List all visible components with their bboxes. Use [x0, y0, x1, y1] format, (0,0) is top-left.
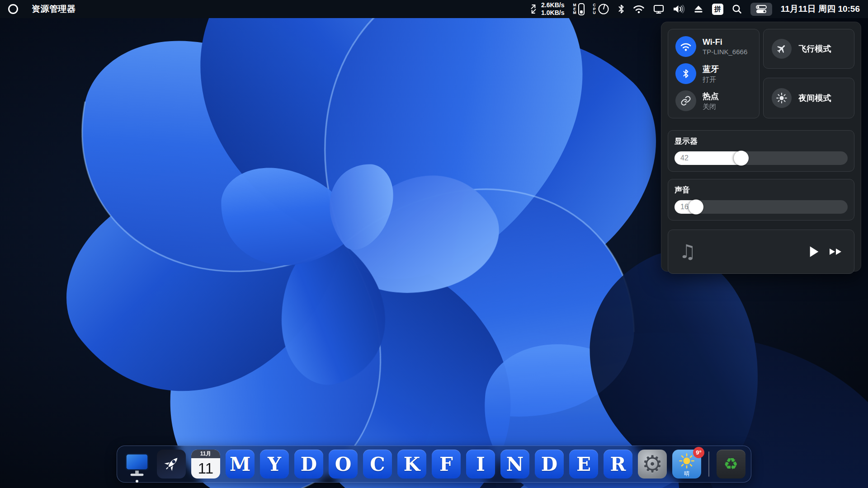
- media-player-card: ♫: [668, 230, 854, 274]
- dock-item-letter-i[interactable]: I: [466, 450, 495, 479]
- dock-item-letter-n[interactable]: N: [500, 450, 529, 479]
- letter-tile-label: D: [541, 453, 557, 475]
- letter-tile-label: D: [301, 453, 317, 475]
- volume-card: 声音 16: [668, 179, 854, 221]
- clock-date-time[interactable]: 11月11日 周四 10:56: [781, 3, 860, 15]
- gear-icon: ⚙: [642, 452, 663, 476]
- night-mode-sun-icon: [772, 88, 792, 108]
- dock-separator: [708, 451, 709, 477]
- menu-bar: 资源管理器 2.6KB/s 1.0KB/s MEM: [0, 0, 868, 18]
- dock-item-letter-e[interactable]: E: [569, 450, 598, 479]
- night-mode-tile[interactable]: 夜间模式: [763, 78, 855, 118]
- dock-item-letter-m[interactable]: M: [226, 450, 255, 479]
- dock-item-letter-f[interactable]: F: [432, 450, 461, 479]
- dock-item-letter-r[interactable]: R: [604, 450, 632, 479]
- control-center-panel: Wi-Fi TP-LINK_6666 蓝牙 打开: [661, 22, 861, 272]
- display-slider-label: 显示器: [675, 136, 848, 146]
- dock-item-letter-y[interactable]: Y: [260, 450, 289, 479]
- bluetooth-icon[interactable]: [675, 63, 696, 84]
- dock: 11月 11 M Y D O C K F I N D E R ⚙: [117, 446, 751, 483]
- net-upload-speed: 2.6KB/s: [541, 1, 564, 9]
- cpu-indicator[interactable]: CPU: [593, 3, 609, 15]
- search-icon[interactable]: [732, 4, 742, 14]
- night-mode-label: 夜间模式: [799, 93, 831, 103]
- letter-tile-label: K: [404, 453, 420, 475]
- running-indicator-dot: [136, 480, 138, 483]
- memory-label: MEM: [573, 3, 576, 15]
- dock-item-letter-d1[interactable]: D: [294, 450, 323, 479]
- letter-tile-label: O: [335, 453, 352, 475]
- control-center-toggle-button[interactable]: [750, 3, 772, 16]
- rocket-icon: [161, 454, 181, 474]
- next-track-button[interactable]: [829, 246, 843, 257]
- bluetooth-row[interactable]: 蓝牙 打开: [675, 63, 752, 84]
- active-app-title[interactable]: 资源管理器: [32, 3, 76, 15]
- net-download-speed: 1.0KB/s: [541, 9, 564, 17]
- display-status-icon[interactable]: [653, 4, 664, 14]
- letter-tile-label: F: [439, 453, 453, 475]
- hotspot-row[interactable]: 热点 关闭: [675, 90, 752, 111]
- weather-temperature-badge: 9°: [693, 447, 704, 458]
- wifi-status-icon[interactable]: [633, 5, 645, 14]
- calendar-month-label: 11月: [191, 450, 220, 458]
- weather-condition-label: 晴: [684, 470, 689, 478]
- network-speed-indicator[interactable]: 2.6KB/s 1.0KB/s: [529, 1, 564, 17]
- music-note-icon: ♫: [679, 242, 696, 261]
- eject-icon[interactable]: [693, 5, 703, 14]
- volume-slider-label: 声音: [675, 185, 848, 195]
- dock-item-settings[interactable]: ⚙: [638, 450, 667, 479]
- dock-item-trash[interactable]: ♻: [717, 450, 745, 479]
- wifi-title: Wi-Fi: [703, 38, 747, 47]
- letter-tile-label: C: [370, 453, 385, 475]
- hotspot-state: 关闭: [703, 103, 719, 111]
- letter-tile-label: N: [506, 453, 524, 475]
- recycle-bin-icon: ♻: [724, 456, 738, 472]
- volume-value: 16: [680, 203, 689, 211]
- dock-item-weather[interactable]: 晴 9°: [672, 450, 701, 479]
- hotspot-title: 热点: [703, 91, 719, 102]
- airplane-mode-label: 飞行模式: [799, 43, 831, 54]
- cpu-label: CPU: [593, 3, 596, 15]
- bluetooth-state: 打开: [703, 75, 719, 84]
- system-logo-icon[interactable]: [8, 4, 18, 14]
- memory-indicator[interactable]: MEM: [573, 3, 584, 15]
- bluetooth-title: 蓝牙: [703, 64, 719, 75]
- dock-item-letter-d2[interactable]: D: [535, 450, 564, 479]
- desktop: 资源管理器 2.6KB/s 1.0KB/s MEM: [0, 0, 868, 488]
- display-brightness-slider[interactable]: 42: [675, 151, 848, 165]
- computer-monitor-icon: [123, 450, 151, 478]
- display-brightness-card: 显示器 42: [668, 130, 854, 172]
- input-method-indicator[interactable]: 拼: [712, 4, 723, 15]
- connectivity-card: Wi-Fi TP-LINK_6666 蓝牙 打开: [668, 29, 760, 118]
- airplane-icon: [772, 39, 792, 59]
- airplane-mode-tile[interactable]: 飞行模式: [763, 29, 855, 69]
- letter-tile-label: E: [576, 453, 591, 475]
- dock-item-launcher[interactable]: [157, 450, 186, 479]
- dock-item-letter-o[interactable]: O: [329, 450, 358, 479]
- dock-item-letter-c[interactable]: C: [363, 450, 392, 479]
- sun-icon: [679, 453, 695, 469]
- dock-item-calendar[interactable]: 11月 11: [191, 450, 220, 479]
- network-arrows-icon: [529, 5, 538, 14]
- wifi-icon[interactable]: [675, 36, 696, 57]
- play-button[interactable]: [809, 245, 820, 258]
- display-brightness-value: 42: [680, 154, 689, 162]
- volume-status-icon[interactable]: [673, 4, 685, 14]
- letter-tile-label: I: [476, 453, 485, 475]
- display-slider-thumb[interactable]: [734, 151, 749, 166]
- dock-item-letter-k[interactable]: K: [397, 450, 426, 479]
- letter-tile-label: Y: [268, 453, 281, 475]
- hotspot-link-icon[interactable]: [675, 90, 696, 111]
- calendar-day-number: 11: [191, 458, 220, 479]
- volume-slider-thumb[interactable]: [689, 200, 703, 215]
- volume-slider[interactable]: 16: [675, 200, 848, 214]
- wifi-row[interactable]: Wi-Fi TP-LINK_6666: [675, 36, 752, 57]
- letter-tile-label: M: [230, 453, 251, 475]
- toggles-icon: [755, 5, 768, 14]
- bluetooth-status-icon[interactable]: [618, 4, 624, 14]
- wifi-network-name: TP-LINK_6666: [703, 48, 747, 56]
- dock-item-computer[interactable]: [123, 450, 151, 479]
- letter-tile-label: R: [610, 453, 626, 475]
- memory-gauge-icon: [578, 3, 585, 15]
- cpu-gauge-icon: [598, 3, 609, 15]
